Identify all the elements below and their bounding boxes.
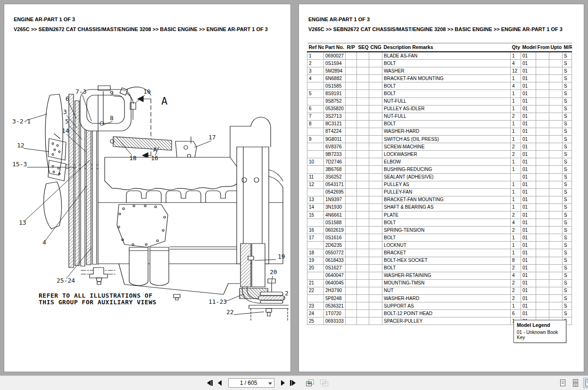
page-number-combobox[interactable]: 1 / 605	[228, 378, 274, 388]
table-cell: 01	[521, 158, 536, 166]
table-cell: 1	[511, 188, 521, 196]
page-indicator: 1 / 605	[229, 380, 274, 386]
page-title: ENGINE AR-PART 1 OF 3	[14, 16, 75, 22]
table-cell	[346, 219, 357, 227]
table-cell: S	[563, 52, 572, 60]
table-cell	[549, 310, 563, 317]
table-cell	[369, 82, 382, 90]
table-cell: 0S1594	[324, 60, 346, 67]
table-cell	[369, 317, 382, 325]
table-cell	[357, 75, 369, 82]
first-page-button[interactable]	[205, 378, 215, 388]
last-page-button[interactable]	[288, 378, 298, 388]
column-header: R/P	[346, 43, 357, 52]
continuous-view-button[interactable]	[571, 378, 580, 388]
table-cell: 1	[511, 181, 521, 188]
table-cell	[357, 166, 369, 173]
table-cell	[357, 310, 369, 317]
table-cell	[369, 136, 382, 143]
table-cell	[536, 151, 549, 158]
table-cell	[536, 143, 549, 151]
table-cell: BOLT-HEX SOCKET	[382, 257, 511, 264]
table-cell: 1	[511, 120, 521, 128]
table-cell: 11	[307, 173, 324, 181]
table-cell: S	[563, 249, 572, 257]
table-cell	[549, 60, 563, 67]
table-cell: 01	[521, 302, 536, 310]
table-cell: 9	[307, 136, 324, 143]
table-cell	[346, 257, 357, 264]
table-cell: 1	[511, 105, 521, 113]
table-cell: SUPPORT AS	[382, 302, 511, 310]
table-cell: 4	[511, 272, 521, 279]
table-cell: 01	[521, 82, 536, 90]
table-cell: 1	[511, 52, 521, 60]
table-cell	[357, 128, 369, 135]
next-view-button[interactable]	[319, 378, 329, 388]
table-row: 154N6661PLATE201S	[307, 211, 572, 219]
table-cell	[346, 188, 357, 196]
previous-page-button[interactable]	[215, 378, 225, 388]
table-cell	[536, 173, 549, 181]
table-cell: 0640047	[324, 272, 346, 279]
next-page-button[interactable]	[277, 378, 288, 388]
table-cell	[536, 166, 549, 173]
table-row: 222H3790NUT201S	[307, 287, 572, 294]
table-cell	[549, 128, 563, 135]
table-cell: S	[563, 272, 572, 279]
diagram-callout: 21	[285, 290, 289, 297]
table-cell: 01	[521, 143, 536, 151]
table-cell: 0542695	[324, 188, 346, 196]
table-cell	[549, 219, 563, 227]
table-row: 160602619SPRING-TENSION201S	[307, 227, 572, 234]
diagram-callout: 7-3	[75, 88, 86, 95]
single-page-view-button[interactable]	[558, 378, 568, 388]
table-cell	[536, 113, 549, 120]
table-cell	[357, 249, 369, 257]
table-cell: 1	[307, 52, 324, 60]
facing-pages-view-button[interactable]	[583, 378, 588, 388]
table-cell: S	[563, 67, 572, 75]
table-cell	[536, 158, 549, 166]
table-cell	[369, 60, 382, 67]
table-row: 0640047WASHER-RETAINING401S	[307, 272, 572, 279]
diagram-callout: 10	[143, 88, 151, 95]
table-cell	[346, 295, 357, 302]
table-cell: 01	[521, 60, 536, 67]
table-cell	[536, 249, 549, 257]
table-cell	[536, 279, 549, 287]
table-cell	[346, 158, 357, 166]
table-cell	[357, 302, 369, 310]
table-cell	[307, 143, 324, 151]
parts-table-body: 10690027BLADE AS-FAN101S20S1594BOLT401S3…	[307, 52, 572, 325]
table-cell: 0536321	[324, 302, 346, 310]
table-cell: 8S9191	[324, 90, 346, 98]
column-header: From	[536, 43, 549, 52]
table-cell: 12	[511, 67, 521, 75]
table-row: 0S1588BOLT401S	[307, 219, 572, 227]
table-cell	[346, 279, 357, 287]
table-cell: 01	[521, 242, 536, 249]
table-cell: NUT-FULL	[382, 113, 511, 120]
table-cell	[357, 120, 369, 128]
table-cell	[357, 105, 369, 113]
table-cell: 1	[511, 90, 521, 98]
first-page-icon	[206, 380, 214, 386]
table-cell	[549, 82, 563, 90]
table-cell: BLADE AS-FAN	[382, 52, 511, 60]
table-cell: 9G8011	[324, 136, 346, 143]
previous-view-button[interactable]	[305, 378, 315, 388]
table-cell: 01	[521, 173, 536, 181]
table-cell: S	[563, 227, 572, 234]
table-cell	[369, 295, 382, 302]
table-cell	[357, 279, 369, 287]
table-cell	[346, 310, 357, 317]
table-cell	[549, 196, 563, 203]
diagram-callout: 25-24	[57, 277, 75, 284]
table-cell: 10	[307, 158, 324, 166]
table-cell: WASHER	[382, 67, 511, 75]
table-cell: 2	[511, 151, 521, 158]
breadcrumb: V265C >> SEBN2672 CAT CHASSIS/MAST/ENGIN…	[308, 26, 563, 32]
table-cell	[357, 264, 369, 272]
table-cell: 6	[511, 310, 521, 317]
